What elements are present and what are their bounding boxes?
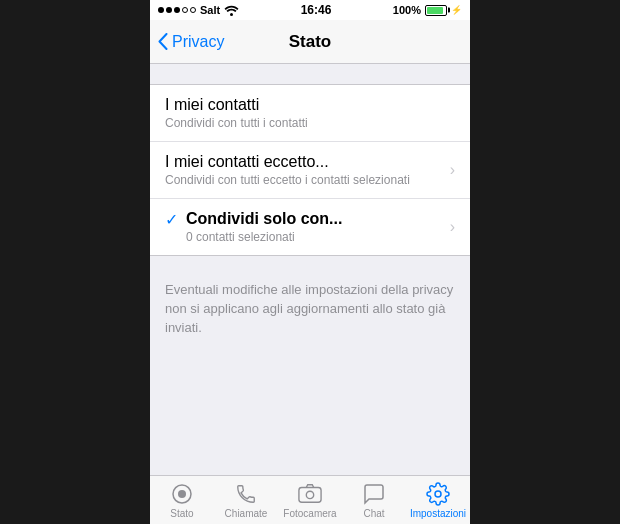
wifi-icon	[224, 5, 239, 16]
page-title: Stato	[289, 32, 332, 52]
battery-icon	[425, 5, 447, 16]
svg-point-2	[178, 490, 186, 498]
chevron-icon-3: ›	[450, 218, 455, 236]
svg-rect-3	[299, 487, 321, 502]
list-item-2[interactable]: I miei contatti eccetto... Condividi con…	[150, 142, 470, 199]
time-label: 16:46	[301, 3, 332, 17]
list-item-1[interactable]: I miei contatti Condividi con tutti i co…	[150, 85, 470, 142]
fotocamera-icon	[298, 482, 322, 506]
carrier-label: Salt	[200, 4, 220, 16]
item-2-subtitle: Condividi con tutti eccetto i contatti s…	[165, 173, 410, 187]
list-item-3-text: Condividi solo con... 0 contatti selezio…	[186, 210, 342, 244]
phone-screen: Salt 16:46 100% ⚡ Privacy Stato	[150, 0, 470, 524]
item-1-subtitle: Condividi con tutti i contatti	[165, 116, 455, 130]
tab-fotocamera-label: Fotocamera	[283, 508, 336, 519]
nav-bar: Privacy Stato	[150, 20, 470, 64]
status-bar: Salt 16:46 100% ⚡	[150, 0, 470, 20]
tab-chiamate[interactable]: Chiamate	[214, 476, 278, 524]
tab-stato[interactable]: Stato	[150, 476, 214, 524]
chat-icon	[362, 482, 386, 506]
checkmark-icon: ✓	[165, 210, 178, 229]
tab-impostazioni-label: Impostazioni	[410, 508, 466, 519]
status-left: Salt	[158, 4, 239, 16]
svg-point-0	[230, 13, 233, 16]
status-right: 100% ⚡	[393, 4, 462, 16]
svg-point-4	[306, 491, 313, 498]
impostazioni-icon	[426, 482, 450, 506]
note-section: Eventuali modifiche alle impostazioni de…	[150, 268, 470, 350]
dot1	[158, 7, 164, 13]
chevron-left-icon	[158, 33, 168, 50]
battery-fill	[427, 7, 443, 14]
back-button[interactable]: Privacy	[158, 33, 224, 51]
list-item-2-row: I miei contatti eccetto... Condividi con…	[165, 153, 455, 187]
dot5	[190, 7, 196, 13]
back-label: Privacy	[172, 33, 224, 51]
tab-bar: Stato Chiamate Fotocamera	[150, 475, 470, 524]
stato-icon	[170, 482, 194, 506]
tab-chat-label: Chat	[363, 508, 384, 519]
item-1-title: I miei contatti	[165, 96, 455, 114]
list-item-2-text: I miei contatti eccetto... Condividi con…	[165, 153, 410, 187]
chevron-icon-2: ›	[450, 161, 455, 179]
tab-chiamate-label: Chiamate	[225, 508, 268, 519]
note-text: Eventuali modifiche alle impostazioni de…	[165, 282, 453, 335]
item-3-title: Condividi solo con...	[186, 210, 342, 227]
tab-chat[interactable]: Chat	[342, 476, 406, 524]
content-area: I miei contatti Condividi con tutti i co…	[150, 64, 470, 475]
selected-row: ✓ Condividi solo con... 0 contatti selez…	[165, 210, 342, 244]
tab-impostazioni[interactable]: Impostazioni	[406, 476, 470, 524]
list-item-3-row: ✓ Condividi solo con... 0 contatti selez…	[165, 210, 455, 244]
tab-stato-label: Stato	[170, 508, 193, 519]
item-3-subtitle: 0 contatti selezionati	[186, 230, 342, 244]
battery-label: 100%	[393, 4, 421, 16]
list-item-3[interactable]: ✓ Condividi solo con... 0 contatti selez…	[150, 199, 470, 255]
dot3	[174, 7, 180, 13]
dot2	[166, 7, 172, 13]
item-2-title: I miei contatti eccetto...	[165, 153, 329, 170]
svg-point-5	[435, 491, 441, 497]
options-section: I miei contatti Condividi con tutti i co…	[150, 84, 470, 256]
charging-icon: ⚡	[451, 5, 462, 15]
signal-dots	[158, 7, 196, 13]
dot4	[182, 7, 188, 13]
chiamate-icon	[234, 482, 258, 506]
tab-fotocamera[interactable]: Fotocamera	[278, 476, 342, 524]
